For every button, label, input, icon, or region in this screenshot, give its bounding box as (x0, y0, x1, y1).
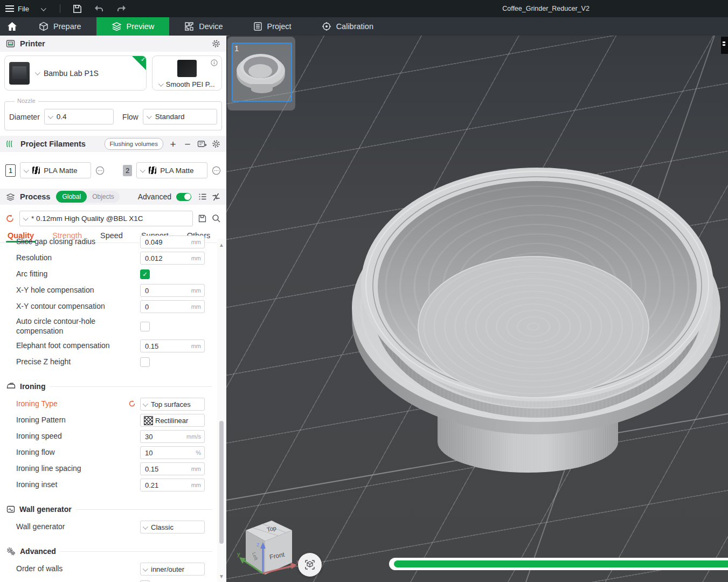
setting-row (16, 577, 217, 582)
tab-prepare[interactable]: Prepare (24, 17, 96, 36)
flow-select[interactable]: Standard (143, 109, 217, 124)
tab-device[interactable]: Device (169, 17, 238, 36)
setting-input[interactable]: 10% (140, 446, 205, 459)
search-settings-icon[interactable] (212, 214, 221, 223)
section-title: Wall generator (19, 505, 72, 514)
setting-select[interactable]: inner/outer (140, 563, 205, 576)
settings-list-view-icon[interactable] (198, 193, 207, 200)
setting-input[interactable]: 0.15mm (140, 340, 205, 352)
printer-section-header: Printer (0, 36, 226, 52)
setting-input[interactable]: 0mm (140, 300, 205, 313)
tab-label: Preview (127, 22, 155, 31)
scope-objects-button[interactable]: Objects (87, 193, 120, 200)
remove-filament-button[interactable]: − (183, 139, 192, 149)
setting-value: 30 (145, 433, 152, 441)
tab-label: Device (199, 22, 223, 31)
model-coffee-grinder-reducer[interactable] (226, 36, 728, 582)
setting-control (140, 322, 205, 331)
undo-button[interactable] (93, 3, 105, 15)
setting-input[interactable]: 0mm (140, 284, 205, 297)
settings-list: Slice gap closing radius0.049mmResolutio… (0, 234, 217, 582)
advanced-toggle[interactable] (176, 193, 191, 201)
save-button[interactable] (72, 3, 84, 15)
setting-checkbox[interactable] (140, 322, 150, 331)
process-layers-icon (6, 193, 15, 201)
scroll-down-arrow[interactable]: ▼ (217, 572, 226, 580)
filament-2-number[interactable]: 2 (123, 165, 132, 176)
printer-settings-gear-icon[interactable] (212, 39, 220, 48)
tab-preview[interactable]: Preview (96, 17, 170, 36)
preset-row: * 0.12mm High Quality @BBL X1C (0, 205, 226, 226)
tab-label: Calibration (336, 22, 373, 31)
section-header-wall-generator: Wall generator (6, 503, 217, 516)
save-preset-icon[interactable] (198, 214, 207, 223)
tab-calibration[interactable]: Calibration (307, 17, 389, 36)
settings-scrollbar[interactable]: ▲ ▼ (217, 239, 226, 582)
fit-view-button[interactable] (298, 553, 322, 577)
fit-cube-icon (304, 559, 316, 571)
setting-select[interactable]: Classic (140, 521, 205, 534)
tab-project[interactable]: Project (238, 17, 307, 36)
preview-progress-slider[interactable] (389, 558, 728, 570)
setting-control (140, 357, 205, 367)
setting-checkbox[interactable] (140, 357, 150, 367)
divider (76, 509, 212, 510)
scope-global-button[interactable]: Global (56, 191, 87, 203)
file-menu-button[interactable]: File (0, 0, 34, 17)
ams-sync-icon[interactable] (197, 140, 207, 148)
setting-input[interactable]: 0.049mm (140, 235, 205, 248)
add-filament-button[interactable]: + (168, 139, 178, 149)
process-scope-switch: Global Objects (56, 191, 119, 203)
chevron-down-icon (143, 566, 148, 571)
reset-preset-icon[interactable] (5, 214, 15, 223)
chevron-down-icon (35, 70, 40, 75)
filament-2-select[interactable]: PLA Matte (136, 162, 207, 178)
setting-value: Rectilinear (155, 417, 188, 425)
right-panel-handle[interactable] (721, 37, 728, 54)
plate-thumbnail[interactable]: 1 (227, 37, 295, 110)
setting-row: Wall generatorClassic (16, 519, 217, 535)
scroll-up-arrow[interactable]: ▲ (217, 240, 226, 249)
setting-input[interactable]: 0.21mm (140, 479, 205, 491)
setting-input[interactable]: 30mm/s (140, 430, 205, 443)
nozzle-diameter-select[interactable]: 0.4 (44, 109, 114, 124)
info-icon[interactable] (211, 59, 218, 66)
setting-row: Ironing flow10% (16, 445, 217, 461)
printer-card[interactable]: Bambu Lab P1S (4, 56, 147, 91)
setting-label: Ironing line spacing (16, 462, 128, 476)
build-plate-card[interactable]: Smooth PEI P... (152, 56, 222, 91)
setting-input[interactable]: 0.012mm (140, 252, 205, 265)
diameter-label: Diameter (9, 113, 40, 121)
compare-presets-icon[interactable] (212, 193, 220, 201)
file-menu-dropdown[interactable] (34, 0, 53, 17)
filament-1-number[interactable]: 1 (5, 164, 16, 177)
filament-settings-gear-icon[interactable] (212, 140, 220, 148)
setting-label: Ironing flow (16, 446, 128, 460)
filament-2-more-button[interactable] (212, 166, 221, 175)
advanced-label: Advanced (138, 192, 171, 201)
filament-2-name: PLA Matte (160, 167, 193, 175)
floppy-icon (72, 4, 82, 14)
redo-icon (116, 4, 127, 13)
nozzle-legend: Nozzle (15, 98, 38, 104)
setting-control (140, 269, 205, 279)
setting-label: Ironing Pattern (16, 413, 128, 427)
setting-select[interactable]: Top surfaces (140, 398, 205, 411)
reset-icon[interactable] (128, 400, 136, 407)
filament-1-select[interactable]: PLA Matte (20, 162, 91, 178)
plate-thumbnail-model (227, 37, 295, 110)
setting-select[interactable]: Rectilinear (140, 414, 205, 427)
setting-input[interactable]: 0.15mm (140, 462, 205, 475)
setting-checkbox[interactable] (140, 269, 150, 279)
flushing-volumes-button[interactable]: Flushing volumes (105, 138, 163, 150)
nav-cube-y-label: y (237, 551, 240, 557)
nav-cube[interactable]: Top Front Left z y x (236, 514, 301, 582)
scrollbar-thumb[interactable] (219, 421, 224, 544)
home-tab[interactable] (0, 17, 24, 36)
process-preset-select[interactable]: * 0.12mm High Quality @BBL X1C (19, 211, 193, 226)
build-plate-image (177, 60, 197, 77)
setting-control: 30mm/s (140, 430, 205, 443)
3d-viewport[interactable]: 1 Top Front Left z y x (226, 36, 728, 582)
redo-button[interactable] (116, 3, 128, 15)
filament-1-more-button[interactable] (95, 166, 105, 175)
